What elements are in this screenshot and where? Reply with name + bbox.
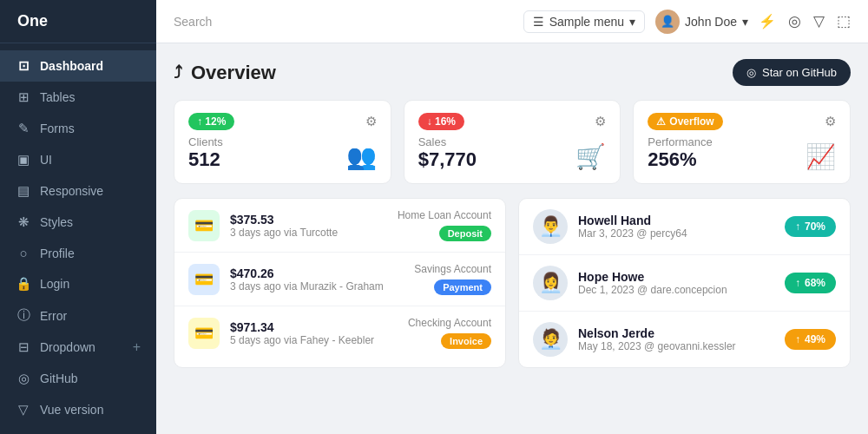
trend-arrow-1: ↑ <box>795 277 800 289</box>
sidebar-label-error: Error <box>40 309 141 323</box>
gear-icon-1[interactable]: ⚙ <box>595 114 606 129</box>
client-avatar-0: 👨‍💼 <box>533 209 568 244</box>
txn-icon-1: 💳 <box>188 264 220 295</box>
dashboard-icon: ⊡ <box>16 58 31 74</box>
txn-details-2: $971.34 5 days ago via Fahey - Keebler <box>230 320 398 346</box>
logout-icon[interactable]: ⬚ <box>837 12 851 30</box>
sidebar-item-tables[interactable]: ⊞ Tables <box>0 82 156 113</box>
sidebar-item-error[interactable]: ⓘ Error <box>0 299 156 332</box>
txn-right-1: Savings Account Payment <box>414 263 491 295</box>
stat-card-1: ↓ 16% ⚙ Sales $7,770 🛒 <box>404 100 621 184</box>
search-input[interactable]: Search <box>174 15 513 29</box>
txn-amount-0: $375.53 <box>230 213 387 227</box>
stat-icon-1: 🛒 <box>575 142 606 171</box>
transaction-item-0: 💳 $375.53 3 days ago via Turcotte Home L… <box>174 199 505 253</box>
txn-icon-2: 💳 <box>188 318 220 349</box>
txn-amount-2: $971.34 <box>230 320 398 334</box>
trend-arrow-0: ↑ <box>795 220 800 233</box>
user-menu[interactable]: 👤 John Doe ▾ <box>655 10 748 34</box>
vue-icon: ▽ <box>16 402 31 418</box>
txn-right-0: Home Loan Account Deposit <box>398 209 491 241</box>
stats-row: ↑ 12% ⚙ Clients 512 👥 ↓ 16% ⚙ Sales $7,7… <box>174 100 851 184</box>
ui-icon: ▣ <box>16 152 31 168</box>
sidebar-label-dashboard: Dashboard <box>40 59 141 73</box>
client-item-2: 🧑‍💼 Nelson Jerde May 18, 2023 @ geovanni… <box>519 312 850 367</box>
client-percent-0: 70% <box>805 220 825 233</box>
gear-icon-2[interactable]: ⚙ <box>825 114 836 129</box>
github-icon: ◎ <box>16 371 31 386</box>
sidebar-label-forms: Forms <box>40 122 141 135</box>
sidebar-label-ui: UI <box>40 153 141 167</box>
stat-card-0: ↑ 12% ⚙ Clients 512 👥 <box>174 100 391 184</box>
sidebar-item-login[interactable]: 🔒 Login <box>0 268 156 299</box>
sidebar-item-vue[interactable]: ▽ Vue version <box>0 394 156 425</box>
sidebar-item-responsive[interactable]: ▤ Responsive <box>0 175 156 207</box>
sidebar-item-profile[interactable]: ○ Profile <box>0 238 156 268</box>
client-sub-2: May 18, 2023 @ geovanni.kessler <box>578 340 774 352</box>
client-item-0: 👨‍💼 Howell Hand Mar 3, 2023 @ percy64 ↑ … <box>519 199 850 255</box>
transaction-item-1: 💳 $470.26 3 days ago via Murazik - Graha… <box>174 253 505 306</box>
content-area: ⤴ Overview ◎ Star on GitHub ↑ 12% ⚙ Clie… <box>156 43 868 434</box>
trend-arrow-2: ↑ <box>795 333 800 345</box>
overview-title: ⤴ Overview <box>174 62 276 84</box>
trend-icon: ⤴ <box>174 62 182 82</box>
stat-icon-0: 👥 <box>346 142 377 171</box>
stat-info-1: Sales $7,770 <box>418 135 477 171</box>
login-icon: 🔒 <box>16 276 31 292</box>
star-github-button[interactable]: ◎ Star on GitHub <box>733 59 851 86</box>
txn-tag-2: Invoice <box>441 333 491 349</box>
stat-value-2: 256% <box>648 148 712 171</box>
sidebar-item-github[interactable]: ◎ GitHub <box>0 363 156 394</box>
overview-header: ⤴ Overview ◎ Star on GitHub <box>174 59 851 86</box>
bottom-row: 💳 $375.53 3 days ago via Turcotte Home L… <box>174 198 851 368</box>
stat-icon-2: 📈 <box>806 142 836 171</box>
stat-badge-2: ⚠ Overflow <box>648 113 722 130</box>
stat-card-2: ⚠ Overflow ⚙ Performance 256% 📈 <box>633 100 851 184</box>
txn-desc-1: 3 days ago via Murazik - Graham <box>230 280 404 293</box>
sidebar-item-styles[interactable]: ❋ Styles <box>0 207 156 238</box>
bolt-icon[interactable]: ⚡ <box>759 13 776 30</box>
page-title: Overview <box>191 62 276 84</box>
transactions-panel: 💳 $375.53 3 days ago via Turcotte Home L… <box>174 198 506 368</box>
sidebar-item-dropdown[interactable]: ⊟ Dropdown + <box>0 332 156 363</box>
client-item-1: 👩‍💼 Hope Howe Dec 1, 2023 @ dare.concepc… <box>519 255 850 312</box>
stat-label-0: Clients <box>188 135 223 148</box>
sidebar-label-login: Login <box>40 277 141 291</box>
sidebar-nav: ⊡ Dashboard ⊞ Tables ✎ Forms ▣ UI ▤ Resp… <box>0 43 156 434</box>
user-name: John Doe <box>685 15 737 29</box>
sidebar-label-vue: Vue version <box>40 403 141 417</box>
sidebar-item-dashboard[interactable]: ⊡ Dashboard <box>0 50 156 82</box>
client-details-0: Howell Hand Mar 3, 2023 @ percy64 <box>578 214 774 240</box>
client-avatar-2: 🧑‍💼 <box>533 322 568 357</box>
txn-desc-0: 3 days ago via Turcotte <box>230 227 387 239</box>
sidebar-item-forms[interactable]: ✎ Forms <box>0 113 156 144</box>
sidebar-label-profile: Profile <box>40 247 141 260</box>
sidebar-label-dropdown: Dropdown <box>40 340 124 354</box>
client-badge-0: ↑ 70% <box>785 216 836 237</box>
stat-badge-0: ↑ 12% <box>188 113 234 130</box>
stat-value-1: $7,770 <box>418 148 477 171</box>
client-badge-1: ↑ 68% <box>785 273 836 293</box>
error-icon: ⓘ <box>16 307 31 324</box>
forms-icon: ✎ <box>16 121 31 136</box>
add-icon[interactable]: + <box>133 339 141 355</box>
client-sub-1: Dec 1, 2023 @ dare.concepcion <box>578 284 774 296</box>
sidebar-item-ui[interactable]: ▣ UI <box>0 144 156 175</box>
gear-icon-0[interactable]: ⚙ <box>365 114 377 129</box>
stat-card-top: ⚠ Overflow ⚙ <box>648 113 836 130</box>
client-avatar-1: 👩‍💼 <box>533 266 568 300</box>
txn-details-1: $470.26 3 days ago via Murazik - Graham <box>230 266 404 293</box>
menu-lines-icon: ☰ <box>533 15 544 29</box>
txn-icon-0: 💳 <box>188 210 220 241</box>
stat-card-bottom: Sales $7,770 🛒 <box>418 135 607 171</box>
header: Search ☰ Sample menu ▾ 👤 John Doe ▾ ⚡ ◎ … <box>156 0 868 43</box>
sample-menu-button[interactable]: ☰ Sample menu ▾ <box>523 10 645 33</box>
github-icon[interactable]: ◎ <box>788 12 801 30</box>
triangle-icon[interactable]: ▽ <box>813 12 825 30</box>
responsive-icon: ▤ <box>16 183 31 199</box>
stat-card-bottom: Performance 256% 📈 <box>648 135 836 171</box>
stat-card-bottom: Clients 512 👥 <box>188 135 377 171</box>
sidebar-label-tables: Tables <box>40 90 141 104</box>
txn-right-2: Checking Account Invoice <box>408 317 491 349</box>
sidebar-label-styles: Styles <box>40 215 141 229</box>
